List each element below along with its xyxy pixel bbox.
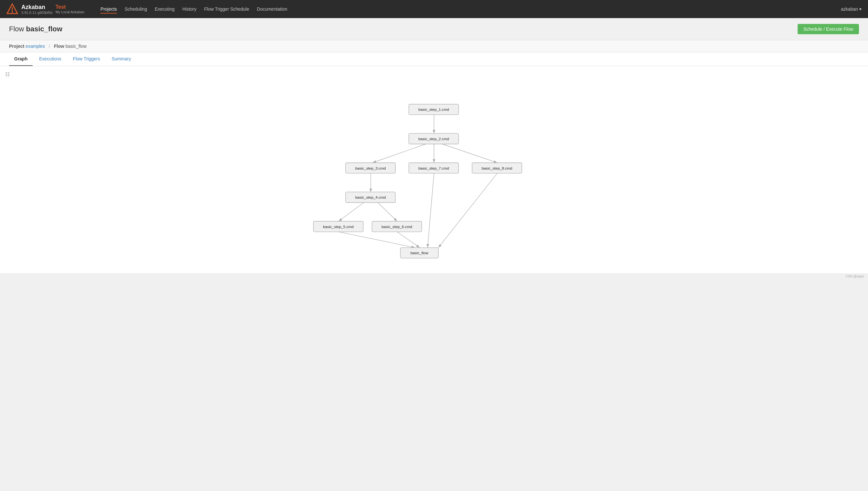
nav-item-executing[interactable]: Executing bbox=[155, 6, 174, 11]
node-basic-flow[interactable]: basic_flow bbox=[400, 248, 439, 258]
app-version: 3.91.0-11-g903bf5d bbox=[21, 11, 52, 15]
breadcrumb-project-link[interactable]: examples bbox=[26, 44, 45, 49]
page-title-name: basic_flow bbox=[26, 25, 62, 33]
svg-line-13 bbox=[427, 173, 434, 248]
navbar: Azkaban 3.91.0-11-g903bf5d Test My Local… bbox=[0, 0, 868, 18]
svg-point-2 bbox=[11, 11, 13, 13]
env-name: Test bbox=[56, 4, 84, 10]
tab-flow-triggers[interactable]: Flow Triggers bbox=[68, 52, 105, 66]
user-menu[interactable]: azkaban ▾ bbox=[841, 6, 862, 11]
nav-link-scheduling[interactable]: Scheduling bbox=[125, 6, 147, 13]
svg-line-12 bbox=[397, 232, 420, 248]
breadcrumb-project-label: Project bbox=[9, 44, 24, 49]
tabs-bar: Graph Executions Flow Triggers Summary bbox=[0, 52, 868, 66]
footer: CDN @aiqiyi bbox=[0, 273, 868, 280]
username: azkaban bbox=[841, 6, 858, 11]
page-header: Flow basic_flow Schedule / Execute Flow bbox=[0, 18, 868, 40]
breadcrumb-flow-name: basic_flow bbox=[65, 44, 87, 49]
flow-graph: basic_step_1.cmd basic_step_2.cmd basic_… bbox=[5, 81, 863, 268]
nav-link-history[interactable]: History bbox=[182, 6, 197, 13]
dropdown-arrow-icon: ▾ bbox=[859, 6, 862, 11]
svg-text:basic_step_1.cmd: basic_step_1.cmd bbox=[419, 107, 449, 111]
page-title: Flow basic_flow bbox=[9, 25, 62, 33]
env-info: Test My Local Azkaban bbox=[56, 4, 84, 14]
node-basic-step-8[interactable]: basic_step_8.cmd bbox=[472, 163, 522, 173]
nav-link-executing[interactable]: Executing bbox=[155, 6, 174, 13]
nav-link-projects[interactable]: Projects bbox=[100, 6, 117, 13]
nav-item-documentation[interactable]: Documentation bbox=[257, 6, 288, 11]
tab-summary[interactable]: Summary bbox=[107, 52, 136, 66]
node-basic-step-6[interactable]: basic_step_6.cmd bbox=[372, 221, 422, 232]
nav-link-documentation[interactable]: Documentation bbox=[257, 6, 288, 13]
node-basic-step-5[interactable]: basic_step_5.cmd bbox=[313, 221, 363, 232]
nav-item-flow-trigger-schedule[interactable]: Flow Trigger Schedule bbox=[204, 6, 249, 11]
svg-text:basic_step_7.cmd: basic_step_7.cmd bbox=[419, 166, 449, 170]
svg-line-9 bbox=[339, 203, 364, 221]
nav-link-flow-trigger-schedule[interactable]: Flow Trigger Schedule bbox=[204, 6, 249, 13]
svg-text:basic_step_8.cmd: basic_step_8.cmd bbox=[481, 166, 512, 170]
page-title-prefix: Flow bbox=[9, 25, 24, 33]
azkaban-logo bbox=[6, 3, 18, 15]
app-name: Azkaban bbox=[21, 4, 52, 11]
breadcrumb-flow-label: Flow bbox=[54, 44, 64, 49]
env-desc: My Local Azkaban bbox=[56, 10, 84, 14]
svg-line-10 bbox=[378, 203, 397, 221]
app-title: Azkaban 3.91.0-11-g903bf5d bbox=[21, 4, 52, 15]
svg-line-5 bbox=[372, 144, 426, 163]
svg-line-7 bbox=[442, 144, 497, 163]
tab-graph[interactable]: Graph bbox=[9, 52, 33, 66]
svg-text:basic_step_4.cmd: basic_step_4.cmd bbox=[355, 195, 386, 199]
breadcrumb-separator: / bbox=[49, 44, 50, 49]
nav-item-history[interactable]: History bbox=[182, 6, 197, 11]
svg-text:basic_step_3.cmd: basic_step_3.cmd bbox=[355, 166, 386, 170]
nav-item-projects[interactable]: Projects bbox=[100, 6, 117, 11]
svg-text:basic_flow: basic_flow bbox=[411, 251, 428, 255]
breadcrumb: Project examples / Flow basic_flow bbox=[0, 40, 868, 52]
node-basic-step-4[interactable]: basic_step_4.cmd bbox=[346, 192, 395, 203]
nav-item-scheduling[interactable]: Scheduling bbox=[125, 6, 147, 11]
node-basic-step-3[interactable]: basic_step_3.cmd bbox=[346, 163, 395, 173]
svg-text:basic_step_5.cmd: basic_step_5.cmd bbox=[323, 225, 354, 229]
nav-menu: Projects Scheduling Executing History Fl… bbox=[100, 6, 841, 11]
node-basic-step-2[interactable]: basic_step_2.cmd bbox=[409, 134, 458, 144]
tab-executions[interactable]: Executions bbox=[34, 52, 66, 66]
list-view-icon[interactable]: ☷ bbox=[5, 72, 10, 77]
brand: Azkaban 3.91.0-11-g903bf5d Test My Local… bbox=[6, 3, 84, 15]
svg-line-11 bbox=[339, 232, 415, 248]
graph-container: ☷ basic_step_1.cmd bbox=[0, 66, 868, 273]
svg-text:basic_step_2.cmd: basic_step_2.cmd bbox=[419, 137, 449, 141]
node-basic-step-7[interactable]: basic_step_7.cmd bbox=[409, 163, 458, 173]
svg-line-14 bbox=[439, 173, 497, 248]
svg-text:basic_step_6.cmd: basic_step_6.cmd bbox=[381, 225, 412, 229]
graph-toolbar: ☷ bbox=[5, 71, 863, 78]
schedule-execute-flow-button[interactable]: Schedule / Execute Flow bbox=[798, 24, 859, 34]
footer-text: CDN @aiqiyi bbox=[846, 275, 864, 278]
node-basic-step-1[interactable]: basic_step_1.cmd bbox=[409, 104, 458, 115]
